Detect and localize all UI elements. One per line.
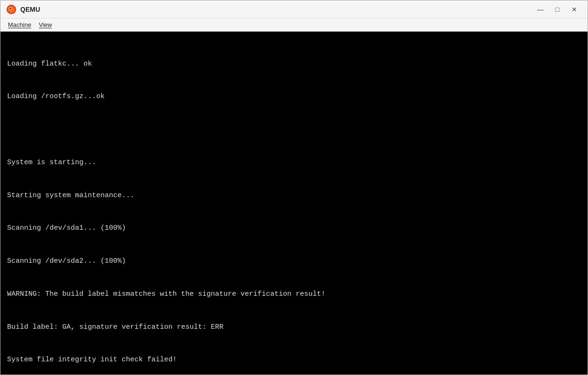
qemu-logo-icon — [6, 4, 17, 15]
terminal-line-1: Loading flatkc... ok — [7, 58, 581, 69]
terminal-line-4: Starting system maintenance... — [7, 190, 581, 201]
menu-view[interactable]: View — [35, 20, 56, 29]
menu-machine[interactable]: Machine — [4, 20, 35, 29]
qemu-window: QEMU — □ ✕ Machine View Loading flatkc..… — [0, 0, 588, 375]
maximize-button[interactable]: □ — [550, 3, 565, 16]
menu-bar: Machine View — [0, 18, 588, 32]
svg-point-3 — [10, 8, 11, 9]
window-controls: — □ ✕ — [533, 3, 582, 16]
terminal-line-3: System is starting... — [7, 157, 581, 168]
title-bar: QEMU — □ ✕ — [0, 0, 588, 18]
close-button[interactable]: ✕ — [567, 3, 582, 16]
window-title: QEMU — [20, 6, 533, 13]
terminal-line-8: Build label: GA, signature verification … — [7, 322, 581, 333]
terminal-line-5: Scanning /dev/sda1... (100%) — [7, 223, 581, 233]
terminal-line-2: Loading /rootfs.gz...ok — [7, 91, 581, 102]
terminal-blank-1 — [7, 124, 581, 135]
terminal-area[interactable]: Loading flatkc... ok Loading /rootfs.gz.… — [0, 32, 588, 375]
minimize-button[interactable]: — — [533, 3, 548, 16]
terminal-line-6: Scanning /dev/sda2... (100%) — [7, 256, 581, 267]
terminal-line-9: System file integrity init check failed! — [7, 354, 581, 365]
terminal-line-7: WARNING: The build label mismatches with… — [7, 289, 581, 300]
